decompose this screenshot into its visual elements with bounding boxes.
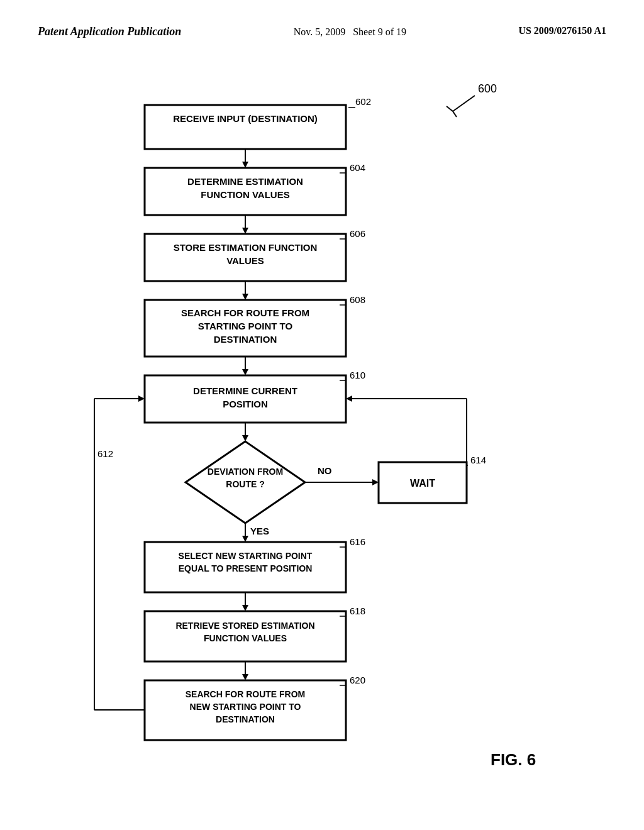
node-618-id: 618: [350, 606, 365, 616]
node-616-id: 616: [350, 536, 365, 547]
node-604-label-1: DETERMINE ESTIMATION: [187, 176, 303, 187]
node-616-label-1: SELECT NEW STARTING POINT: [179, 551, 313, 561]
node-616-label-2: EQUAL TO PRESENT POSITION: [179, 563, 313, 573]
page-header: Patent Application Publication Nov. 5, 2…: [0, 0, 644, 39]
no-label: NO: [318, 465, 332, 476]
figure-number: 600: [478, 82, 497, 95]
node-602-id: 602: [355, 96, 371, 107]
node-608-label-1: SEARCH FOR ROUTE FROM: [181, 307, 309, 318]
patent-number: US 2009/0276150 A1: [518, 25, 606, 36]
node-608-label-2: STARTING POINT TO: [198, 321, 293, 331]
node-608-id: 608: [350, 294, 365, 305]
node-612-label-1: DEVIATION FROM: [208, 467, 283, 477]
node-618-label-2: FUNCTION VALUES: [204, 633, 287, 643]
figure-label: FIG. 6: [491, 750, 536, 769]
node-604-label-2: FUNCTION VALUES: [201, 189, 289, 200]
node-602-label: RECEIVE INPUT (DESTINATION): [173, 113, 318, 124]
node-606-label-2: VALUES: [226, 255, 264, 266]
node-620-label-2: NEW STARTING POINT TO: [190, 702, 301, 712]
svg-rect-3: [145, 105, 346, 149]
node-620-id: 620: [350, 675, 365, 685]
header-center: Nov. 5, 2009 Sheet 9 of 19: [294, 25, 406, 39]
yes-label: YES: [250, 526, 269, 536]
node-608-label-3: DESTINATION: [214, 334, 277, 345]
node-614-id: 614: [470, 455, 486, 465]
node-620-label-1: SEARCH FOR ROUTE FROM: [186, 689, 306, 699]
node-610-id: 610: [350, 370, 365, 380]
node-610-label-2: POSITION: [223, 399, 268, 409]
node-612-label-2: ROUTE ?: [226, 479, 264, 489]
publication-title: Patent Application Publication: [38, 25, 181, 38]
node-620-label-3: DESTINATION: [216, 714, 275, 724]
sheet-info: Sheet 9 of 19: [353, 26, 406, 37]
node-606-id: 606: [350, 228, 365, 239]
node-618-label-1: RETRIEVE STORED ESTIMATION: [175, 621, 314, 631]
svg-line-0: [453, 96, 475, 111]
flowchart-svg: 600 RECEIVE INPUT (DESTINATION) 602 DETE…: [0, 52, 644, 812]
node-606-label-1: STORE ESTIMATION FUNCTION: [174, 242, 318, 253]
node-612-id: 612: [97, 448, 113, 459]
publication-date: Nov. 5, 2009: [294, 26, 346, 37]
svg-line-1: [447, 106, 453, 111]
node-614-label: WAIT: [410, 478, 435, 489]
diagram-area: 600 RECEIVE INPUT (DESTINATION) 602 DETE…: [0, 52, 644, 812]
svg-line-2: [453, 111, 457, 117]
node-610-label-1: DETERMINE CURRENT: [193, 385, 297, 396]
node-604-id: 604: [350, 162, 365, 173]
